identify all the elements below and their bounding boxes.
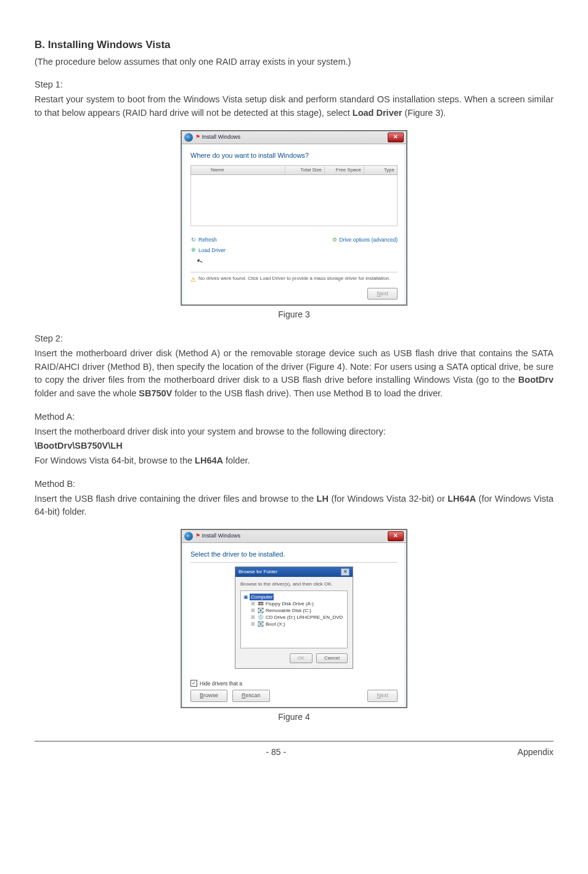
tree-item[interactable]: ⊞💽Boot (X:) xyxy=(243,621,345,627)
tree-item[interactable]: ⊞💿CD Drive (D:) LRHCPRE_EN_DVD xyxy=(243,614,345,621)
load-driver-icon: ⊕ xyxy=(190,247,197,253)
browse-for-folder-dialog: Browse for Folder ✕ Browse to the driver… xyxy=(235,566,353,669)
page-number: - 85 - xyxy=(266,746,286,759)
refresh-icon: ↻ xyxy=(190,237,197,243)
browse-cancel-button[interactable]: Cancel xyxy=(316,653,348,663)
step1-bold-load-driver: Load Driver xyxy=(353,108,402,118)
drive-options-link[interactable]: ⚙ Drive options (advanced) xyxy=(332,236,398,244)
col-free-space: Free Space xyxy=(325,166,364,174)
next-button[interactable]: Next xyxy=(367,288,398,300)
folder-tree[interactable]: ▣ Computer ⊞📼Floppy Disk Drive (A:) ⊞💽Re… xyxy=(240,590,348,648)
methodB-text: Insert the USB flash drive containing th… xyxy=(35,492,553,520)
step1-text-a: Restart your system to boot from the Win… xyxy=(35,94,553,118)
step1-label: Step 1: xyxy=(35,78,553,92)
cursor-icon: ↖ xyxy=(195,255,205,267)
load-driver-link[interactable]: ⊕ Load Driver xyxy=(190,247,398,255)
col-name: Name xyxy=(208,166,285,174)
dialog-heading: Where do you want to install Windows? xyxy=(190,150,398,161)
bold-lh64a-a: LH64A xyxy=(195,455,223,465)
step2-text: Insert the motherboard driver disk (Meth… xyxy=(35,347,553,401)
drive-options-icon: ⚙ xyxy=(332,237,338,243)
dialog-heading: Select the driver to be installed. xyxy=(190,549,398,560)
step1-text: Restart your system to boot from the Win… xyxy=(35,93,553,120)
warning-icon: ⚠ xyxy=(190,275,196,284)
methodA-line1: Insert the motherboard driver disk into … xyxy=(35,425,553,439)
bold-lh: LH xyxy=(317,494,329,504)
methodB-label: Method B: xyxy=(35,478,553,491)
checkbox-icon[interactable]: ✓ xyxy=(190,680,197,687)
browse-instruction: Browse to the driver(s), and then click … xyxy=(240,581,348,588)
section-subtitle: (The procedure below assumes that only o… xyxy=(35,55,553,69)
close-icon[interactable]: ✕ xyxy=(388,133,404,142)
figure3-dialog: ← ⚑ Install Windows ✕ Where do you want … xyxy=(181,130,407,306)
bold-lh64a-b: LH64A xyxy=(447,494,476,504)
step1-text-b: (Figure 3). xyxy=(402,108,446,118)
bold-bootdrv: BootDrv xyxy=(518,375,553,385)
figure3-caption: Figure 3 xyxy=(35,308,553,321)
tree-item[interactable]: ⊞📼Floppy Disk Drive (A:) xyxy=(243,600,345,607)
drive-table-body xyxy=(190,175,398,226)
tree-root-computer[interactable]: Computer xyxy=(250,594,274,600)
col-total-size: Total Size xyxy=(285,166,325,174)
col-type: Type xyxy=(364,166,397,174)
window-title: ⚑ Install Windows xyxy=(195,133,388,142)
step2-label: Step 2: xyxy=(35,332,553,346)
section-name: Appendix xyxy=(518,746,553,759)
drive-table-header: Name Total Size Free Space Type xyxy=(190,165,398,175)
tree-item[interactable]: ⊞💽Removable Disk (C:) xyxy=(243,607,345,614)
figure4-caption: Figure 4 xyxy=(35,711,553,724)
browse-title: Browse for Folder xyxy=(239,568,277,576)
warning-row: ⚠ No drives were found. Click Load Drive… xyxy=(190,272,398,284)
rescan-button[interactable]: Rescan xyxy=(232,690,270,702)
window-title: ⚑ Install Windows xyxy=(195,532,388,541)
back-icon[interactable]: ← xyxy=(184,532,193,541)
close-icon[interactable]: ✕ xyxy=(388,531,404,541)
hide-drivers-checkbox[interactable]: ✓ Hide drivers that a xyxy=(190,680,398,688)
figure4-dialog: ← ⚑ Install Windows ✕ Select the driver … xyxy=(181,529,407,708)
page-rule xyxy=(35,741,553,741)
methodA-label: Method A: xyxy=(35,410,553,424)
titlebar: ← ⚑ Install Windows ✕ xyxy=(182,530,406,543)
browse-close-icon[interactable]: ✕ xyxy=(341,568,349,576)
browse-button[interactable]: Browse xyxy=(190,690,227,702)
methodA-line2: For Windows Vista 64-bit, browse to the … xyxy=(35,454,553,468)
section-heading: B. Installing Windows Vista xyxy=(35,37,553,53)
back-icon[interactable]: ← xyxy=(184,133,193,142)
browse-ok-button[interactable]: OK xyxy=(290,653,313,663)
methodA-path: \BootDrv\SB750V\LH xyxy=(35,439,553,453)
titlebar: ← ⚑ Install Windows ✕ xyxy=(182,131,406,144)
refresh-link[interactable]: ↻ Refresh xyxy=(190,236,217,244)
next-button[interactable]: Next xyxy=(367,690,398,702)
bold-sb750v: SB750V xyxy=(139,388,172,398)
